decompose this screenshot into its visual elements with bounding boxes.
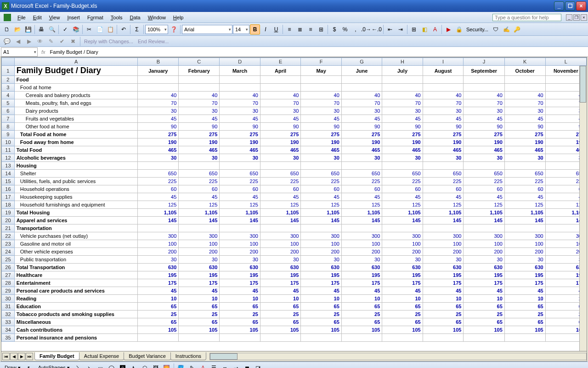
cell-value[interactable]: 10 (301, 295, 341, 303)
cell-value[interactable] (504, 76, 545, 84)
cell-value[interactable]: 630 (220, 264, 260, 271)
rectangle-icon[interactable]: ▭ (96, 363, 106, 368)
row-header-8[interactable]: 8 (2, 123, 15, 131)
row-header-6[interactable]: 6 (2, 107, 15, 115)
cell-value[interactable]: 40 (341, 92, 382, 99)
cell-value[interactable]: 45 (341, 287, 382, 295)
cell-value[interactable]: 145 (220, 217, 260, 224)
cell-value[interactable]: 70 (260, 99, 300, 107)
research-button[interactable]: 📚 (71, 24, 81, 34)
cell-value[interactable]: 190 (301, 138, 341, 146)
cell-value[interactable]: 195 (423, 271, 464, 279)
cell-value[interactable]: 30 (220, 256, 260, 264)
cell-value[interactable]: 190 (220, 138, 260, 146)
cell-label[interactable]: Education (14, 303, 138, 310)
cell-value[interactable]: 30 (179, 107, 220, 115)
cell-value[interactable]: 30 (382, 154, 423, 162)
cell-value[interactable]: 195 (179, 271, 220, 279)
textbox-icon[interactable]: 🅰 (118, 363, 128, 368)
permissions-button[interactable]: 🔑 (512, 24, 522, 34)
sign-button[interactable]: ✍ (501, 24, 511, 34)
cell-label[interactable]: Food away from home (14, 138, 138, 146)
row-header-31[interactable]: 31 (2, 303, 15, 310)
mdi-minimize-button[interactable]: _ (566, 14, 572, 21)
row-header-25[interactable]: 25 (2, 256, 15, 264)
cell-value[interactable]: 190 (382, 138, 423, 146)
row-header-17[interactable]: 17 (2, 193, 15, 201)
cell-value[interactable]: 45 (341, 193, 382, 201)
cell-value[interactable]: 1,105 (382, 209, 423, 217)
cell-value[interactable]: 65 (301, 318, 341, 326)
cell-value[interactable] (423, 334, 464, 342)
sheet-tab-family-budget[interactable]: Family Budget (34, 352, 79, 360)
cell-value[interactable]: 30 (423, 154, 464, 162)
cell-value[interactable]: 30 (179, 256, 220, 264)
cell-value[interactable]: 175 (423, 279, 464, 287)
cell-value[interactable]: 70 (220, 99, 260, 107)
cell-value[interactable]: 45 (138, 115, 179, 123)
cell-value[interactable]: 30 (138, 154, 179, 162)
cell-value[interactable] (504, 162, 545, 170)
row-header-16[interactable]: 16 (2, 185, 15, 193)
cell-label[interactable]: Household furnishings and equipment (14, 201, 138, 209)
cell-value[interactable]: 145 (382, 217, 423, 224)
month-header[interactable]: September (464, 66, 504, 76)
row-header-27[interactable]: 27 (2, 271, 15, 279)
line-style-icon[interactable]: ☰ (209, 363, 219, 368)
cell-value[interactable]: 65 (179, 318, 220, 326)
cell-value[interactable]: 45 (382, 115, 423, 123)
cell-value[interactable]: 195 (341, 271, 382, 279)
cell-value[interactable]: 1,105 (179, 209, 220, 217)
cell-value[interactable]: 105 (464, 326, 504, 334)
cell-value[interactable]: 10 (464, 295, 504, 303)
cell-value[interactable]: 465 (504, 146, 545, 154)
review-track-icon[interactable]: ✎ (46, 36, 56, 46)
cell-value[interactable]: 30 (341, 256, 382, 264)
cell-value[interactable]: 190 (423, 138, 464, 146)
cell-value[interactable]: 70 (464, 99, 504, 107)
cell-value[interactable]: 125 (464, 201, 504, 209)
cell-label[interactable]: Transportation (14, 224, 138, 232)
cell-value[interactable]: 65 (341, 318, 382, 326)
tab-nav-prev[interactable]: ◀ (10, 353, 17, 360)
cell-value[interactable] (220, 76, 260, 84)
cell-value[interactable]: 275 (464, 131, 504, 138)
row-header-3[interactable]: 3 (2, 84, 15, 92)
security-lock-icon[interactable]: 🔒 (454, 24, 464, 34)
cell-value[interactable]: 1,105 (220, 209, 260, 217)
cell-value[interactable]: 190 (260, 138, 300, 146)
cell-value[interactable]: 300 (220, 232, 260, 240)
cell-value[interactable]: 10 (423, 295, 464, 303)
cell-value[interactable]: 30 (464, 107, 504, 115)
review-next-icon[interactable]: ▶ (24, 36, 34, 46)
cell-value[interactable]: 70 (341, 99, 382, 107)
cell-value[interactable]: 1,105 (301, 209, 341, 217)
cell-value[interactable]: 25 (260, 310, 300, 318)
cell-value[interactable]: 200 (504, 248, 545, 256)
row-header-23[interactable]: 23 (2, 240, 15, 248)
cell-value[interactable] (504, 334, 545, 342)
merge-center-button[interactable]: ⊞ (316, 24, 326, 34)
fill-color-button[interactable]: ◧ (419, 24, 430, 34)
cell-value[interactable]: 105 (220, 326, 260, 334)
spreadsheet-grid[interactable]: ABCDEFGHIJKL1Family Budget / DiaryJanuar… (1, 58, 587, 342)
cell-value[interactable]: 30 (382, 107, 423, 115)
cell-label[interactable]: Entertainment (14, 279, 138, 287)
cell-value[interactable]: 175 (138, 279, 179, 287)
cell-value[interactable]: 40 (179, 92, 220, 99)
cell-value[interactable]: 65 (301, 303, 341, 310)
oval-icon[interactable]: ◯ (107, 363, 117, 368)
cell-value[interactable]: 300 (179, 232, 220, 240)
cell-value[interactable]: 300 (260, 232, 300, 240)
cell-value[interactable]: 30 (301, 256, 341, 264)
cell-value[interactable]: 65 (260, 318, 300, 326)
cell-value[interactable]: 175 (179, 279, 220, 287)
cell-value[interactable]: 90 (423, 123, 464, 131)
cell-value[interactable]: 175 (220, 279, 260, 287)
help-search-input[interactable] (492, 14, 561, 21)
cell-value[interactable]: 175 (464, 279, 504, 287)
cell-value[interactable]: 65 (423, 303, 464, 310)
cell-value[interactable] (138, 76, 179, 84)
cell-value[interactable]: 105 (382, 326, 423, 334)
cell-value[interactable] (341, 84, 382, 92)
